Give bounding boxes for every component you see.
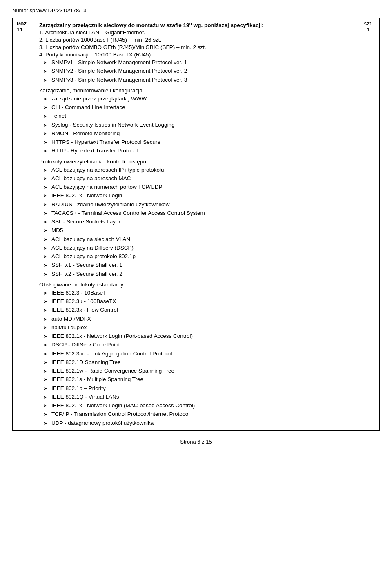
qty-cell: szt. 1 xyxy=(357,18,380,431)
std-item-8: IEEE 802.1D Spanning Tree xyxy=(43,358,353,366)
qty-value: 1 xyxy=(361,27,375,33)
std-item-2: IEEE 802.3x - Flow Control xyxy=(43,306,353,314)
std-item-15: UDP - datagramowy protokół użytkownika xyxy=(43,419,353,427)
std-item-11: IEEE 802.1p – Priority xyxy=(43,384,353,393)
std-item-13: IEEE 802.1x - Network Login (MAC-based A… xyxy=(43,402,353,410)
standards-title: Obsługiwane protokoły i standardy xyxy=(39,281,353,288)
section-4: 4. Porty komunikacji – 10/100 BaseTX (RJ… xyxy=(39,51,353,58)
std-item-5: IEEE 802.1x - Network Login (Port-based … xyxy=(43,332,353,340)
access-item-1: ACL bazujący na adresach MAC xyxy=(43,174,353,183)
access-item-4: RADIUS - zdalne uwierzytelnianie użytkow… xyxy=(43,201,353,209)
std-item-1: IEEE 802.3u - 100BaseTX xyxy=(43,297,353,306)
mgmt-item-3: Syslog - Security Issues in Network Even… xyxy=(43,121,353,129)
access-item-2: ACL bazyjący na numerach portów TCP/UDP xyxy=(43,183,353,191)
section-1: 1. Architektura sieci LAN – GigabitEther… xyxy=(39,29,353,36)
qty-label: szt. xyxy=(361,20,375,27)
std-item-9: IEEE 802.1w - Rapid Convergence Spanning… xyxy=(43,367,353,375)
mgmt-item-5: HTTPS - Hypertext Transfer Protocol Secu… xyxy=(43,138,353,146)
access-list: ACL bazujący na adresach IP i typie prot… xyxy=(43,166,353,278)
access-item-5: TACACS+ - Terminal Access Controller Acc… xyxy=(43,209,353,217)
desc-cell: Zarządzalny przełącznik sieciowy do mont… xyxy=(35,18,357,431)
std-item-14: TCP/IP - Transmission Control Protocol/I… xyxy=(43,410,353,418)
std-item-0: IEEE 802.3 - 10BaseT xyxy=(43,289,353,297)
std-item-6: DSCP - DiffServ Code Point xyxy=(43,341,353,349)
main-title: Zarządzalny przełącznik sieciowy do mont… xyxy=(39,22,353,28)
access-item-12: SSH v.2 - Secure Shall ver. 2 xyxy=(43,270,353,278)
std-item-12: IEEE 802.1Q - Virtual LANs xyxy=(43,393,353,401)
snmp-item-3: SNMPv3 - Simple Network Management Proto… xyxy=(43,76,353,84)
pos-cell: Poz. 11 xyxy=(13,18,35,431)
mgmt-list: zarządzanie przez przeglądarkę WWW CLI -… xyxy=(43,95,353,155)
access-item-9: ACL bazujący na Diffserv (DSCP) xyxy=(43,244,353,252)
section-3: 3. Liczba portów COMBO GEth (RJ45)/MiniG… xyxy=(39,44,353,50)
access-item-3: IEEE 802.1x - Network Login xyxy=(43,192,353,200)
mgmt-title: Zarządzanie, monitorowanie i konfiguracj… xyxy=(39,87,353,94)
mgmt-item-0: zarządzanie przez przeglądarkę WWW xyxy=(43,95,353,103)
mgmt-item-1: CLI - Command Line Interface xyxy=(43,103,353,112)
access-item-11: SSH v.1 - Secure Shall ver. 1 xyxy=(43,261,353,269)
mgmt-item-2: Telnet xyxy=(43,112,353,120)
standards-list: IEEE 802.3 - 10BaseT IEEE 802.3u - 100Ba… xyxy=(43,289,353,427)
mgmt-item-4: RMON - Remote Monitoring xyxy=(43,129,353,138)
std-item-4: half/full duplex xyxy=(43,324,353,332)
section-2: 2. Liczba portów 1000BaseT (RJ45) – min.… xyxy=(39,37,353,43)
spec-table: Poz. 11 Zarządzalny przełącznik sieciowy… xyxy=(12,18,380,431)
std-item-7: IEEE 802.3ad - Link Aggregation Control … xyxy=(43,350,353,358)
pos-value: 11 xyxy=(17,27,23,33)
snmp-item-1: SNMPv1 - Simple Network Management Proto… xyxy=(43,58,353,67)
std-item-10: IEEE 802.1s - Multiple Spanning Tree xyxy=(43,375,353,384)
access-item-10: ACL bazujący na protokole 802.1p xyxy=(43,252,353,261)
access-item-8: ACL bazujący na sieciach VLAN xyxy=(43,235,353,243)
access-item-7: MD5 xyxy=(43,226,353,234)
snmp-item-2: SNMPv2 - Simple Network Management Proto… xyxy=(43,67,353,75)
mgmt-item-6: HTTP - Hypertext Transfer Protocol xyxy=(43,147,353,155)
pos-label: Poz. xyxy=(17,20,28,27)
access-item-6: SSL - Secure Sockets Layer xyxy=(43,218,353,226)
case-number: Numer sprawy DP/2310/178/13 xyxy=(12,7,380,13)
access-item-0: ACL bazujący na adresach IP i typie prot… xyxy=(43,166,353,174)
snmp-list: SNMPv1 - Simple Network Management Proto… xyxy=(43,58,353,84)
page-footer: Strona 6 z 15 xyxy=(12,439,380,445)
access-title: Protokoły uwierzytelniania i kontroli do… xyxy=(39,158,353,165)
std-item-3: auto MDI/MDI-X xyxy=(43,315,353,323)
